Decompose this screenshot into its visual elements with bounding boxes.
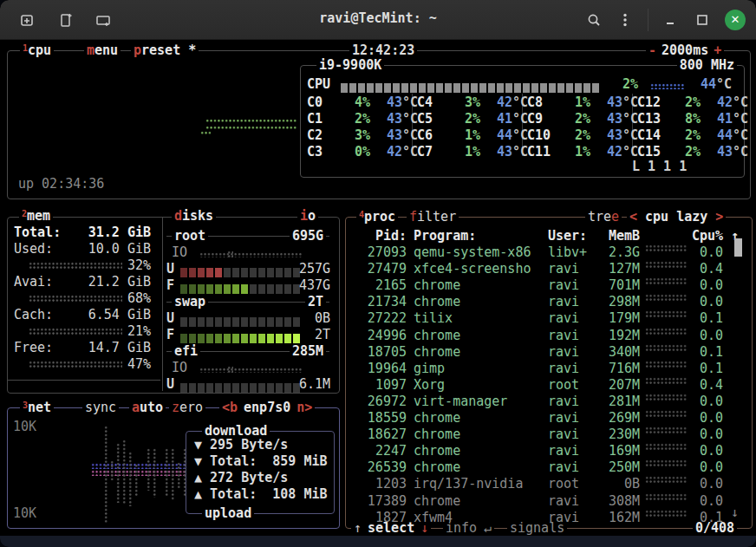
sort-next-button[interactable]: > — [715, 209, 723, 225]
cpu-core-c5: C52%41°C — [417, 111, 528, 127]
cpu-core-c6: C61%44°C — [417, 127, 528, 143]
disk-io-label: IO — [172, 360, 187, 376]
disk-size: 695G — [290, 228, 326, 244]
net-zero-toggle[interactable]: zero — [169, 400, 205, 416]
col-header-program[interactable]: Program: — [414, 228, 476, 244]
process-row-26972[interactable]: 26972virt-managerravi281M0.0 — [346, 394, 741, 410]
cpu-core-c8: C81%43°C — [527, 94, 638, 110]
cpu-core-c14: C142%44°C — [637, 127, 748, 143]
mem-row-label: Used: — [14, 241, 53, 257]
cpu-core-c10: C102%43°C — [527, 127, 638, 143]
process-row-27222[interactable]: 27222tilixravi179M0.1 — [346, 310, 741, 327]
minimize-button[interactable] — [662, 11, 680, 29]
net-interface-switch[interactable]: <benp7s0n> — [219, 400, 315, 416]
mem-usage-graph — [29, 328, 122, 335]
net-download-bar — [165, 448, 169, 469]
process-row-18627[interactable]: 18627chromeravi230M0.0 — [346, 427, 741, 443]
download-speed: ▼ 295 Byte/s — [194, 437, 288, 453]
process-row-26539[interactable]: 26539chromeravi250M0.0 — [346, 459, 741, 476]
proc-sort-selector[interactable]: < cpu lazy > — [627, 209, 726, 225]
titlebar-separator — [648, 9, 648, 31]
process-row-27479[interactable]: 27479xfce4-screenshoravi127M0.4 — [346, 261, 741, 277]
cpu-core-panel: i9-9900K 800 MHz CPU 2% 44°C L 1 1 1 C04… — [300, 65, 745, 178]
new-session-icon[interactable] — [19, 11, 36, 29]
process-row-1203[interactable]: 1203irq/137-nvidiaroot0B0.0 — [346, 476, 741, 492]
col-header-mem[interactable]: MemB — [584, 228, 640, 244]
window-title: ravi@TecMint: ~ — [319, 10, 436, 26]
mem-row-value: 14.7 GiB — [88, 340, 151, 356]
proc-box: 4proc filter tree < cpu lazy > Pid: Prog… — [345, 217, 753, 529]
mem-bottom-divider — [8, 380, 160, 381]
process-row-18559[interactable]: 18559chromeravi269M0.0 — [346, 410, 741, 427]
search-icon[interactable] — [585, 11, 603, 29]
net-upload-bar — [110, 470, 114, 480]
disk-meter-label: U — [166, 261, 174, 277]
net-sync-toggle[interactable]: sync — [82, 400, 119, 416]
disk-io-spike — [227, 366, 233, 373]
process-row-2165[interactable]: 2165chromeravi701M0.0 — [346, 277, 741, 294]
sort-prev-button[interactable]: < — [629, 209, 637, 225]
io-mode-toggle[interactable]: io — [297, 208, 318, 225]
disk-meter-value: 257G — [299, 261, 330, 277]
disk-io-spike — [227, 251, 233, 257]
cpu-core-c13: C138%41°C — [637, 111, 748, 127]
col-header-pid[interactable]: Pid: — [351, 228, 407, 244]
disk-meter — [180, 264, 302, 281]
interval-increase-button[interactable]: + — [714, 42, 721, 58]
new-window-icon[interactable] — [57, 11, 75, 29]
net-upload-bar — [147, 470, 151, 491]
mem-total-value: 31.2 GiB — [88, 225, 151, 241]
process-row-1097[interactable]: 1097Xorgroot207M0.4 — [346, 377, 741, 394]
col-header-user[interactable]: User: — [548, 228, 587, 244]
maximize-button[interactable] — [694, 11, 711, 29]
download-total: ▼ Total: 859 MiB — [194, 453, 328, 470]
process-row-18705[interactable]: 18705chromeravi340M0.1 — [346, 344, 741, 361]
new-tab-icon[interactable] — [95, 11, 113, 29]
cpu-temp-graph — [650, 83, 685, 89]
cpu-core-c7: C71%43°C — [417, 144, 528, 160]
cpu-total-temp: 44°C — [701, 76, 732, 93]
disk-meter-value: 0B — [315, 310, 330, 327]
preset-button[interactable]: preset * — [131, 42, 199, 59]
process-row-24996[interactable]: 24996chromeravi192M0.0 — [346, 328, 741, 344]
disk-name: efi — [172, 343, 200, 360]
mem-row-value: 10.0 GiB — [88, 241, 151, 257]
menu-dots-icon[interactable] — [616, 11, 634, 29]
disk-io-label: IO — [172, 244, 187, 261]
disk-name: root — [172, 228, 208, 244]
process-row-17389[interactable]: 17389chromeravi308M0.0 — [346, 493, 741, 510]
net-box: 3net sync auto zero <benp7s0n> 10K 10K d… — [7, 407, 340, 529]
net-download-bar — [134, 464, 139, 469]
process-row-2247[interactable]: 2247chromeravi169M0.0 — [346, 443, 741, 459]
upload-total: ▲ Total: 108 MiB — [194, 486, 328, 503]
process-row-1827[interactable]: 1827xfwm4ravi162M0.1 — [346, 510, 741, 526]
net-download-bar — [183, 448, 187, 469]
net-upload-bar — [183, 470, 187, 496]
disks-box-title: disks — [172, 208, 216, 225]
mem-panel: 2mem Total: 31.2 GiB Used:10.0 GiB32%Ava… — [7, 217, 161, 392]
process-row-27093[interactable]: 27093qemu-system-x86libv+2.3G0.0 — [346, 244, 741, 261]
net-io-panel: download ▼ 295 Byte/s ▼ Total: 859 MiB ▲… — [186, 431, 335, 514]
net-auto-toggle[interactable]: auto — [129, 400, 166, 416]
net-download-bar — [147, 448, 151, 469]
process-row-19964[interactable]: 19964gimpravi716M0.1 — [346, 361, 741, 377]
cpu-core-c2: C23%43°C — [307, 127, 418, 143]
proc-box-title: 4proc — [356, 209, 398, 226]
interval-decrease-button[interactable]: - — [648, 42, 656, 58]
disk-meter-value: 2T — [315, 327, 330, 343]
titlebar: ravi@TecMint: ~ ✕ — [0, 0, 756, 40]
proc-tree-toggle[interactable]: tree — [585, 209, 622, 225]
close-button[interactable]: ✕ — [725, 10, 746, 30]
mem-row-percent: 21% — [127, 323, 151, 340]
net-download-bar — [122, 440, 127, 469]
net-upload-bar — [122, 470, 127, 505]
proc-filter-button[interactable]: filter — [407, 209, 459, 225]
mem-usage-graph — [29, 295, 122, 302]
process-row-21734[interactable]: 21734chromeravi298M0.0 — [346, 294, 741, 310]
disk-meter-label: U — [166, 376, 174, 393]
net-download-bar — [177, 462, 181, 469]
menu-button[interactable]: menu — [84, 42, 121, 59]
cpu-box: 1cpu menu preset * 12:42:23 -2000ms+ up … — [7, 50, 751, 199]
mem-row-value: 21.2 GiB — [88, 274, 151, 290]
col-header-cpu[interactable]: Cpu% — [688, 228, 723, 244]
